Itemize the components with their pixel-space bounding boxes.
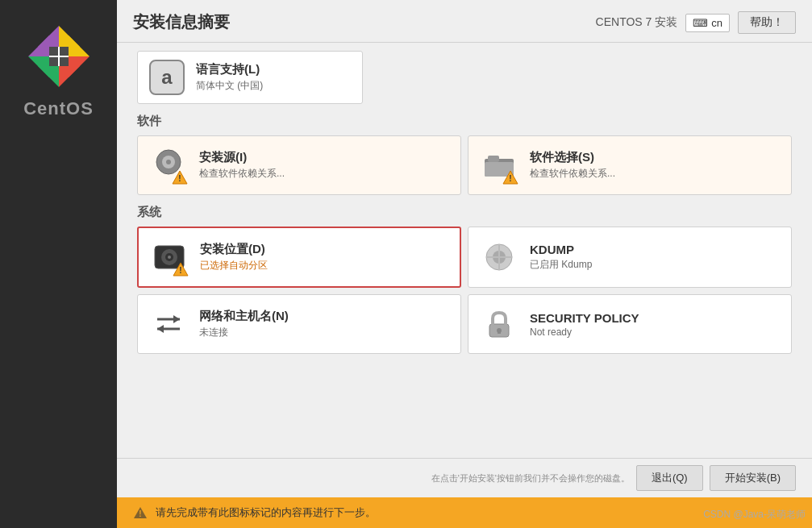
kdump-icon	[481, 239, 517, 275]
language-text: 语言支持(L) 简体中文 (中国)	[196, 62, 263, 93]
svg-marker-34	[157, 325, 164, 333]
install-destination-title: 安装位置(D)	[200, 242, 268, 257]
warning-message: 请先完成带有此图标标记的内容再进行下一步。	[156, 505, 376, 520]
language-selector[interactable]: ⌨ cn	[685, 14, 730, 32]
brand-label: CentOS	[23, 98, 94, 119]
main-panel: 安装信息摘要 CENTOS 7 安装 ⌨ cn 帮助！ а 语言支持(L) 简体…	[117, 0, 812, 528]
security-policy-item[interactable]: SECURITY POLICY Not ready	[468, 294, 792, 354]
software-selection-title: 软件选择(S)	[530, 150, 615, 165]
install-source-text: 安装源(I) 检查软件依赖关系...	[199, 150, 285, 181]
sidebar: CentOS	[0, 0, 117, 528]
software-selection-item[interactable]: ! 软件选择(S) 检查软件依赖关系...	[468, 135, 792, 195]
svg-marker-3	[69, 35, 90, 56]
kdump-subtitle: 已启用 Kdump	[530, 258, 592, 272]
content-area: а 语言支持(L) 简体中文 (中国) 软件	[117, 43, 812, 458]
help-button[interactable]: 帮助！	[738, 11, 796, 34]
security-policy-subtitle: Not ready	[530, 326, 639, 338]
lock-icon	[481, 306, 517, 342]
kdump-title: KDUMP	[530, 243, 592, 256]
svg-point-13	[166, 160, 171, 164]
software-selection-subtitle: 检查软件依赖关系...	[530, 167, 615, 181]
centos-logo-icon	[27, 24, 91, 89]
network-subtitle: 未连接	[199, 326, 289, 339]
footer-note: 在点击'开始安装'按钮前我们并不会操作您的磁盘。	[133, 472, 630, 484]
svg-rect-37	[498, 331, 501, 334]
software-selection-text: 软件选择(S) 检查软件依赖关系...	[530, 150, 615, 181]
system-grid: ! 安装位置(D) 已选择自动分区	[137, 227, 792, 354]
warning-bar-icon: !	[133, 506, 148, 519]
svg-text:!: !	[179, 266, 181, 275]
watermark: CSDN @Java-呆萌老师	[703, 508, 806, 522]
security-policy-text: SECURITY POLICY Not ready	[530, 311, 639, 338]
language-subtitle: 简体中文 (中国)	[196, 79, 263, 93]
svg-text:!: !	[509, 174, 511, 183]
svg-marker-6	[38, 66, 59, 87]
svg-text:!: !	[139, 509, 141, 518]
install-destination-item[interactable]: ! 安装位置(D) 已选择自动分区	[137, 227, 461, 288]
svg-marker-32	[173, 315, 180, 323]
footer: 在点击'开始安装'按钮前我们并不会操作您的磁盘。 退出(Q) 开始安装(B)	[117, 458, 812, 497]
language-icon: а	[149, 60, 185, 95]
install-source-item[interactable]: ! 安装源(I) 检查软件依赖关系...	[137, 135, 461, 195]
version-label: CENTOS 7 安装	[596, 15, 678, 30]
software-selection-icon-wrapper: !	[480, 146, 518, 185]
language-item[interactable]: а 语言支持(L) 简体中文 (中国)	[137, 51, 363, 104]
quit-button[interactable]: 退出(Q)	[636, 465, 703, 491]
software-section-header: 软件	[137, 114, 792, 129]
page-title: 安装信息摘要	[133, 11, 230, 33]
keyboard-icon: ⌨	[693, 17, 708, 29]
install-source-title: 安装源(I)	[199, 150, 285, 165]
svg-marker-7	[59, 66, 80, 87]
install-source-subtitle: 检查软件依赖关系...	[199, 167, 285, 181]
install-source-icon-wrapper: !	[149, 146, 188, 185]
warning-overlay-icon: !	[172, 170, 188, 185]
language-title: 语言支持(L)	[196, 62, 263, 77]
install-destination-subtitle: 已选择自动分区	[200, 259, 268, 272]
software-grid: ! 安装源(I) 检查软件依赖关系...	[137, 135, 792, 195]
svg-text:!: !	[178, 174, 181, 183]
svg-point-24	[168, 256, 171, 259]
language-code: cn	[711, 17, 722, 29]
network-icon-wrapper	[149, 305, 188, 343]
kdump-icon-wrapper	[480, 238, 518, 276]
network-title: 网络和主机名(N)	[199, 309, 289, 324]
install-dest-warning-icon: !	[173, 262, 189, 276]
network-text: 网络和主机名(N) 未连接	[199, 309, 289, 339]
install-button[interactable]: 开始安装(B)	[710, 465, 796, 491]
network-arrows-icon	[151, 306, 186, 342]
security-policy-title: SECURITY POLICY	[530, 311, 639, 325]
svg-rect-18	[488, 156, 499, 162]
warning-overlay2-icon: !	[502, 170, 518, 185]
kdump-text: KDUMP 已启用 Kdump	[530, 243, 592, 272]
install-destination-icon-wrapper: !	[150, 238, 189, 276]
security-policy-icon-wrapper	[480, 305, 518, 343]
install-destination-text: 安装位置(D) 已选择自动分区	[200, 242, 268, 272]
system-section-header: 系统	[137, 205, 792, 220]
header: 安装信息摘要 CENTOS 7 安装 ⌨ cn 帮助！	[117, 0, 812, 43]
svg-marker-2	[28, 35, 49, 56]
kdump-item[interactable]: KDUMP 已启用 Kdump	[468, 227, 792, 288]
header-right: CENTOS 7 安装 ⌨ cn 帮助！	[596, 11, 796, 34]
network-item[interactable]: 网络和主机名(N) 未连接	[137, 294, 461, 354]
